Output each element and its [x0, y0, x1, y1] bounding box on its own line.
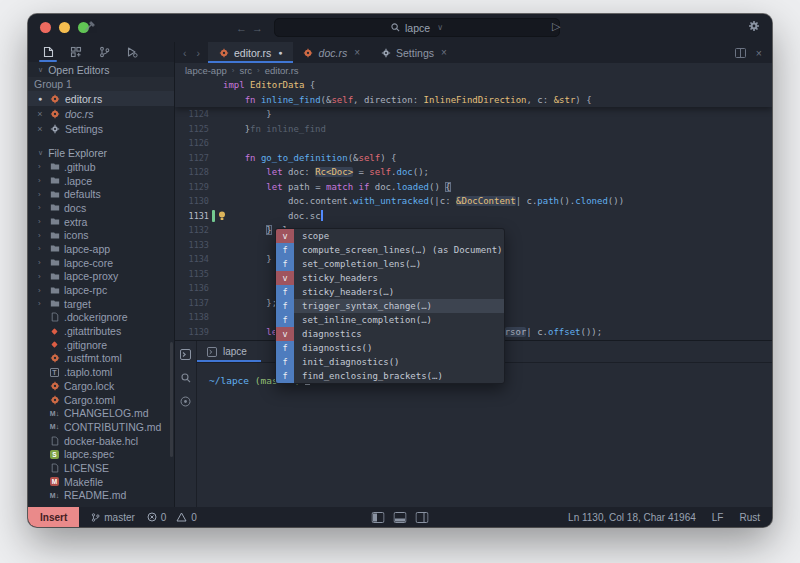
completion-item[interactable]: fset_completion_lens(…) [276, 257, 504, 271]
line-number[interactable]: 1131 [175, 211, 215, 221]
line-number[interactable]: 1134 [175, 254, 215, 264]
terminal-tab[interactable]: lapce [197, 341, 261, 362]
completion-item[interactable]: vsticky_headers [276, 271, 504, 285]
breadcrumb-item[interactable]: lapce-app [185, 65, 227, 76]
minimize-window-button[interactable] [59, 22, 70, 33]
tab-nav-forward-icon[interactable]: › [197, 47, 201, 59]
code-line[interactable]: 1127 fn go_to_definition(&self) { [175, 151, 772, 166]
completion-item[interactable]: vscope [276, 229, 504, 243]
modified-dot-icon[interactable]: ● [36, 95, 44, 102]
code-line[interactable]: 1131 doc.sc [175, 209, 772, 224]
line-number[interactable]: 1129 [175, 182, 215, 192]
explorer-file[interactable]: M↓CHANGELOG.md [28, 406, 174, 420]
run-button[interactable]: ▷ [552, 20, 560, 33]
line-number[interactable]: 1128 [175, 167, 215, 177]
open-editor-item[interactable]: ●editor.rs [28, 91, 174, 106]
editor-group-header[interactable]: Group 1 [28, 77, 174, 91]
completion-item[interactable]: vdiagnostics [276, 327, 504, 341]
titlebar[interactable]: ← → lapce ∨ ▷ [28, 14, 772, 42]
line-number[interactable]: 1138 [175, 312, 215, 322]
explorer-file[interactable]: Cargo.toml [28, 393, 174, 407]
explorer-folder[interactable]: ›lapce-rpc [28, 283, 174, 297]
file-explorer-panel-icon[interactable] [36, 42, 60, 62]
code-line[interactable]: 1130 doc.content.with_untracked(|c: &Doc… [175, 194, 772, 209]
explorer-file[interactable]: .rustfmt.toml [28, 352, 174, 366]
toggle-bottom-panel-icon[interactable] [394, 512, 407, 523]
line-number[interactable]: 1137 [175, 298, 215, 308]
line-number[interactable]: 1139 [175, 327, 215, 337]
editor-mode-badge[interactable]: Insert [28, 507, 79, 527]
explorer-file[interactable]: .gitattributes [28, 324, 174, 338]
close-icon[interactable]: × [36, 109, 44, 119]
line-number[interactable]: 1132 [175, 225, 215, 235]
tab-doc-rs[interactable]: doc.rs× [293, 42, 370, 63]
cursor-position[interactable]: Ln 1130, Col 18, Char 41964 [568, 512, 696, 523]
completion-item[interactable]: ffind_enclosing_brackets(…) [276, 369, 504, 383]
workspace-search-input[interactable]: lapce ∨ [274, 18, 560, 37]
git-branch-indicator[interactable]: master [91, 512, 135, 523]
explorer-file[interactable]: T.taplo.toml [28, 365, 174, 379]
explorer-file[interactable]: MMakefile [28, 475, 174, 489]
explorer-folder[interactable]: ›extra [28, 215, 174, 229]
line-number[interactable]: 1124 [175, 109, 215, 119]
completion-item[interactable]: ftrigger_syntax_change(…) [276, 299, 504, 313]
source-control-panel-icon[interactable] [92, 42, 116, 62]
tab-Settings[interactable]: Settings× [370, 42, 457, 63]
explorer-file[interactable]: LICENSE [28, 461, 174, 475]
modified-dot-icon[interactable]: ● [278, 49, 282, 56]
breadcrumb-item[interactable]: editor.rs [265, 65, 299, 76]
explorer-folder[interactable]: ›docs [28, 201, 174, 215]
code-line[interactable]: 1128 let doc: Rc<Doc> = self.doc(); [175, 165, 772, 180]
line-number[interactable]: 1127 [175, 153, 215, 163]
explorer-file[interactable]: Cargo.lock [28, 379, 174, 393]
completion-item[interactable]: finit_diagnostics() [276, 355, 504, 369]
explorer-file[interactable]: Slapce.spec [28, 447, 174, 461]
language-mode[interactable]: Rust [739, 512, 760, 523]
explorer-folder[interactable]: ›.github [28, 160, 174, 174]
tab-nav-back-icon[interactable]: ‹ [183, 47, 187, 59]
split-editor-icon[interactable] [735, 48, 746, 58]
explorer-folder[interactable]: ›defaults [28, 187, 174, 201]
open-editor-item[interactable]: ×Settings [28, 121, 174, 136]
explorer-folder[interactable]: ›lapce-proxy [28, 270, 174, 284]
sticky-line[interactable]: fn inline_find(&self, direction: InlineF… [175, 93, 772, 108]
completion-item[interactable]: fset_inline_completion(…) [276, 313, 504, 327]
toggle-left-panel-icon[interactable] [372, 512, 385, 523]
code-action-lightbulb-icon[interactable] [218, 211, 226, 221]
nav-back-button[interactable]: ← [236, 20, 247, 36]
sidebar-scrollbar[interactable] [170, 342, 173, 457]
completion-item[interactable]: fsticky_headers(…) [276, 285, 504, 299]
toggle-right-panel-icon[interactable] [416, 512, 429, 523]
tab-editor-rs[interactable]: editor.rs● [208, 42, 293, 63]
code-line[interactable]: 1124 } [175, 107, 772, 122]
code-line[interactable]: 1126 [175, 136, 772, 151]
sticky-line[interactable]: impl EditorData { [175, 78, 772, 93]
line-number[interactable]: 1125 [175, 124, 215, 134]
explorer-folder[interactable]: ›target [28, 297, 174, 311]
nav-forward-button[interactable]: → [252, 20, 263, 36]
close-icon[interactable]: × [36, 124, 44, 134]
open-editor-item[interactable]: ×doc.rs [28, 106, 174, 121]
close-window-button[interactable] [40, 22, 51, 33]
line-number[interactable]: 1135 [175, 269, 215, 279]
explorer-file[interactable]: .dockerignore [28, 311, 174, 325]
problems-indicator[interactable]: 0 0 [147, 512, 197, 523]
debug-panel-icon[interactable] [120, 42, 144, 62]
breadcrumb[interactable]: lapce-app›src›editor.rs [175, 63, 772, 78]
explorer-folder[interactable]: ›lapce-core [28, 256, 174, 270]
explorer-file[interactable]: M↓README.md [28, 489, 174, 503]
settings-gear-icon[interactable] [748, 20, 760, 32]
explorer-folder[interactable]: ›lapce-app [28, 242, 174, 256]
line-number[interactable]: 1133 [175, 240, 215, 250]
line-number[interactable]: 1136 [175, 283, 215, 293]
code-line[interactable]: 1129 let path = match if doc.loaded() { [175, 180, 772, 195]
explorer-file[interactable]: docker-bake.hcl [28, 434, 174, 448]
close-editor-icon[interactable]: × [756, 47, 762, 59]
explorer-folder[interactable]: ›.lapce [28, 174, 174, 188]
explorer-folder[interactable]: ›icons [28, 228, 174, 242]
line-ending[interactable]: LF [712, 512, 724, 523]
line-number[interactable]: 1126 [175, 138, 215, 148]
explorer-file[interactable]: M↓CONTRIBUTING.md [28, 420, 174, 434]
completion-item[interactable]: fcompute_screen_lines(…) (as Document) [276, 243, 504, 257]
search-panel-icon[interactable] [181, 373, 191, 383]
